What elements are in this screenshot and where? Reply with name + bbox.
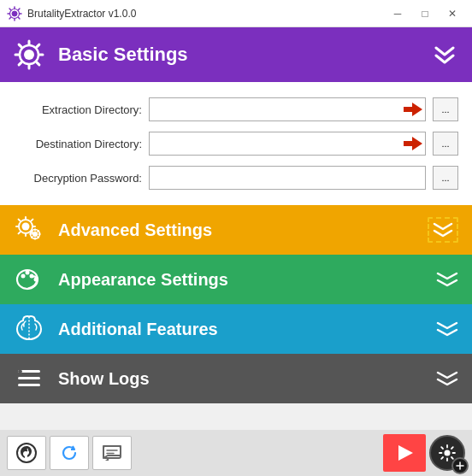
extraction-arrow-icon bbox=[404, 103, 422, 116]
svg-rect-16 bbox=[18, 377, 40, 379]
github-button[interactable] bbox=[7, 436, 46, 470]
decryption-browse-button[interactable]: ... bbox=[433, 166, 458, 190]
additional-features-icon bbox=[14, 314, 44, 344]
svg-point-11 bbox=[21, 274, 26, 279]
extraction-label: Extraction Directory: bbox=[14, 103, 142, 116]
small-circular-icon bbox=[456, 461, 464, 470]
additional-features-section[interactable]: Additional Features bbox=[0, 304, 472, 354]
svg-rect-18 bbox=[18, 370, 22, 373]
svg-point-25 bbox=[445, 450, 451, 456]
destination-row: Destination Directory: ... bbox=[0, 126, 472, 161]
extraction-row: Extraction Directory: ... bbox=[0, 92, 472, 126]
destination-browse-button[interactable]: ... bbox=[433, 132, 458, 156]
appearance-settings-title: Appearance Settings bbox=[58, 270, 422, 290]
additional-features-chevron-icon bbox=[436, 320, 458, 338]
advanced-settings-title: Advanced Settings bbox=[58, 220, 414, 240]
extraction-input[interactable] bbox=[149, 97, 426, 121]
show-logs-chevron-icon bbox=[436, 369, 458, 388]
destination-input[interactable] bbox=[149, 132, 426, 156]
decryption-label: Decryption Password: bbox=[14, 172, 142, 185]
svg-point-12 bbox=[26, 271, 30, 275]
refresh-icon bbox=[58, 442, 80, 464]
basic-settings-chevron-icon bbox=[431, 41, 458, 68]
basic-settings-form: Extraction Directory: ... Destination Di… bbox=[0, 82, 472, 205]
show-logs-title: Show Logs bbox=[58, 369, 422, 389]
maximize-button[interactable]: □ bbox=[412, 4, 438, 23]
svg-point-14 bbox=[34, 278, 38, 282]
additional-features-title: Additional Features bbox=[58, 320, 422, 339]
appearance-settings-chevron-icon bbox=[436, 270, 458, 289]
bottom-toolbar bbox=[0, 430, 472, 476]
play-icon bbox=[394, 443, 415, 463]
svg-marker-4 bbox=[404, 103, 422, 116]
main-content: Basic Settings Extraction Directory: ...… bbox=[0, 27, 472, 476]
basic-settings-header[interactable]: Basic Settings bbox=[0, 27, 472, 82]
title-bar: BrutalityExtractor v1.0.0 ─ □ ✕ bbox=[0, 0, 472, 27]
play-button[interactable] bbox=[383, 434, 426, 472]
svg-marker-24 bbox=[398, 445, 413, 461]
svg-marker-5 bbox=[404, 137, 422, 150]
svg-point-2 bbox=[24, 50, 34, 60]
svg-point-6 bbox=[22, 223, 30, 231]
title-bar-left: BrutalityExtractor v1.0.0 bbox=[7, 6, 136, 21]
message-icon bbox=[101, 442, 123, 464]
refresh-button[interactable] bbox=[50, 436, 89, 470]
advanced-chevron-dashed bbox=[428, 217, 458, 243]
appearance-settings-icon bbox=[14, 264, 44, 295]
destination-label: Destination Directory: bbox=[14, 138, 142, 150]
small-circular-button[interactable] bbox=[451, 457, 469, 474]
basic-settings-icon bbox=[14, 39, 44, 70]
decryption-input[interactable] bbox=[149, 166, 426, 190]
svg-rect-17 bbox=[18, 384, 40, 386]
basic-settings-title: Basic Settings bbox=[58, 44, 417, 66]
extraction-browse-button[interactable]: ... bbox=[433, 97, 458, 121]
close-button[interactable]: ✕ bbox=[440, 4, 465, 23]
show-logs-icon bbox=[14, 363, 44, 394]
appearance-settings-section[interactable]: Appearance Settings bbox=[0, 255, 472, 304]
advanced-settings-section[interactable]: Advanced Settings bbox=[0, 205, 472, 255]
title-bar-controls: ─ □ ✕ bbox=[385, 4, 465, 23]
minimize-button[interactable]: ─ bbox=[385, 4, 410, 23]
app-title: BrutalityExtractor v1.0.0 bbox=[27, 8, 136, 20]
show-logs-section[interactable]: Show Logs bbox=[0, 354, 472, 403]
message-button[interactable] bbox=[92, 436, 132, 470]
advanced-settings-chevron-icon bbox=[433, 220, 453, 239]
advanced-settings-icon bbox=[14, 214, 44, 245]
github-icon bbox=[15, 442, 38, 464]
decryption-row: Decryption Password: ... bbox=[0, 161, 472, 195]
destination-arrow-icon bbox=[404, 137, 422, 150]
app-icon bbox=[7, 6, 22, 21]
svg-point-0 bbox=[12, 11, 17, 16]
svg-point-8 bbox=[32, 232, 38, 237]
